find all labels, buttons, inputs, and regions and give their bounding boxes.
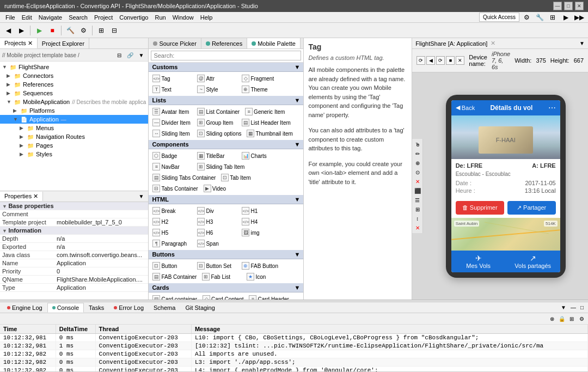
link-editor-button[interactable]: 🔗 [125,50,135,60]
tab-git-staging[interactable]: Git Staging [180,303,219,313]
menu-edit[interactable]: Edit [19,12,35,23]
palette-item-video[interactable]: ▶ Video [201,184,245,193]
close-button[interactable]: ✕ [575,2,584,10]
quick-access-label[interactable]: Quick Access [479,13,519,22]
palette-item-sliding-tabs-container[interactable]: ▤ Sliding Tabs Container [150,173,218,182]
palette-section-header-lists[interactable]: Lists ▼ [149,96,303,105]
palette-section-header-customs[interactable]: Customs ▼ [149,63,303,72]
side-btn-3[interactable]: ⊕ [413,158,422,167]
tree-menu-button[interactable]: ▼ [136,50,146,60]
tab-engine-log[interactable]: Engine Log [2,303,47,313]
toolbar-btn-1[interactable]: ⚙ [520,11,532,23]
tree-item-menus[interactable]: ▶ 📁 Menus [0,124,148,132]
phone-menu-icon[interactable]: ⋯ [548,103,556,112]
menu-navigate[interactable]: Navigate [35,12,65,23]
palette-item-titlebar[interactable]: ▦ TitleBar [195,151,238,161]
menu-help[interactable]: Help [197,12,216,23]
side-btn-7[interactable]: ☰ [413,196,422,204]
maximize-button[interactable]: □ [564,2,573,10]
menu-convertigo[interactable]: Convertigo [116,12,151,23]
tab-schema[interactable]: Schema [149,303,180,313]
palette-item-fab-button[interactable]: ⊕ FAB Button [240,261,283,271]
side-btn-4[interactable]: ⊙ [413,168,422,176]
palette-item-text[interactable]: T Text [150,84,194,94]
device-reload-button[interactable]: ⟳ [436,56,445,65]
tree-item-connectors[interactable]: ▶ 📁 Connectors [0,71,148,80]
palette-item-charts[interactable]: 📊 Charts [240,151,283,161]
side-btn-5[interactable]: ✕ [413,177,422,186]
tab-project-explorer[interactable]: Project Explorer [38,38,89,48]
palette-item-h6[interactable]: </> H6 [195,228,238,237]
device-refresh-button[interactable]: ⟳ [416,56,425,65]
palette-item-button[interactable]: ⊡ Button [150,261,194,271]
right-panel-close[interactable]: ✕ [491,40,495,47]
palette-section-header-buttons[interactable]: Buttons ▼ [149,250,303,259]
palette-item-fab-list[interactable]: ⊞ Fab List [200,272,243,282]
palette-section-header-cards[interactable]: Cards ▼ [149,283,303,292]
palette-item-sliding-tab-item[interactable]: ⊞ Sliding Tab Item [195,162,247,172]
palette-item-avatar-item[interactable]: ☰ Avatar Item [150,107,194,117]
palette-item-button-set[interactable]: ⊟ Button Set [195,261,238,271]
tab-mobile-debug[interactable]: Mobile Debug [301,38,304,48]
toolbar-btn-4[interactable]: ▶ [560,11,572,23]
tab-console[interactable]: Console [47,303,84,313]
device-stop-button[interactable]: ■ [446,56,455,65]
palette-item-h5[interactable]: </> H5 [150,228,194,237]
palette-item-sliding-options[interactable]: ⊡ Sliding options [195,129,243,138]
palette-item-sliding-item[interactable]: ↔ Sliding Item [150,129,194,138]
toolbar-btn-5[interactable]: ▶▶ [573,11,586,23]
props-value-template[interactable]: mobilebuilder_tpl_7_5_0 [54,218,148,227]
tree-item-mobileapp[interactable]: ▼ 📁 MobileApplication // Describes the m… [0,97,148,106]
device-back-button[interactable]: ◀ [426,56,435,65]
tree-item-navroutes[interactable]: ▶ 📁 Navigation Routes [0,132,148,141]
palette-item-navbar[interactable]: ≡ NavBar [150,162,194,172]
tree-item-platforms[interactable]: ▶ 📁 Platforms [0,106,148,115]
toolbar-btn-3[interactable]: ⊞ [547,11,559,23]
palette-item-theme[interactable]: ⊕ Theme [240,84,283,94]
palette-item-icon[interactable]: ★ Icon [244,272,288,282]
side-btn-8[interactable]: ⊞ [413,205,422,214]
phone-nav-shared[interactable]: ↗ Vols partagés [506,251,560,272]
log-settings-button[interactable]: ⚙ [577,314,586,323]
perspective-button-2[interactable]: ⊟ [108,25,120,36]
tree-item-flightshare[interactable]: ▼ 📁 FlightShare [0,63,148,71]
tree-item-pages[interactable]: ▶ 📁 Pages [0,141,148,150]
tree-item-sequences[interactable]: ▶ 📁 Sequences [0,89,148,97]
log-filter-button[interactable]: ⊞ [567,314,576,323]
tab-error-log[interactable]: Error Log [109,303,149,313]
tree-item-references[interactable]: ▶ 📁 References [0,80,148,89]
palette-item-card-container[interactable]: ▤ Card container [150,294,199,300]
palette-item-attr[interactable]: @ Attr [195,74,238,83]
palette-item-h1[interactable]: </> H1 [240,206,283,216]
palette-item-h3[interactable]: </> H3 [195,217,238,227]
right-panel-menu-button[interactable]: ▼ [579,40,585,46]
palette-item-tabs-container[interactable]: ⊟ Tabs Container [150,184,200,193]
log-clear-button[interactable]: ⊗ [548,314,556,323]
palette-item-tag[interactable]: </> Tag [150,74,194,83]
bottom-panel-menu-button[interactable]: ▼ [559,304,568,310]
palette-item-div[interactable]: </> Div [195,206,238,216]
palette-item-h4[interactable]: </> H4 [240,217,283,227]
tree-item-styles[interactable]: ▶ 📁 Styles [0,150,148,158]
nav-forward-button[interactable]: ▶ [15,25,27,36]
palette-section-header-components[interactable]: Components ▼ [149,140,303,149]
menu-file[interactable]: File [2,12,19,23]
minimize-button[interactable]: — [553,2,562,10]
palette-item-break[interactable]: </> Break [150,206,194,216]
perspective-button[interactable]: ⊞ [95,25,107,36]
stop-button[interactable]: ■ [46,25,58,36]
side-btn-2[interactable]: ✏ [413,149,422,158]
props-menu-button[interactable]: ▼ [136,192,146,202]
bottom-panel-max-button[interactable]: □ [578,304,586,310]
palette-item-fab-container[interactable]: ▤ FAB Container [150,272,199,282]
palette-item-h2[interactable]: </> H2 [150,217,194,227]
tab-projects[interactable]: Projects ✕ [0,38,38,48]
menu-search[interactable]: Search [65,12,91,23]
palette-item-img[interactable]: 🖼 img [240,228,283,237]
props-value-comment[interactable] [54,210,148,218]
tab-properties[interactable]: Properties ✕ [0,192,43,201]
tree-item-application[interactable]: ▼ 📄 Application — [0,115,148,124]
palette-item-list-container[interactable]: ▤ List Container [195,107,242,117]
palette-search-input[interactable] [151,51,301,60]
build-button[interactable]: 🔨 [64,25,76,36]
